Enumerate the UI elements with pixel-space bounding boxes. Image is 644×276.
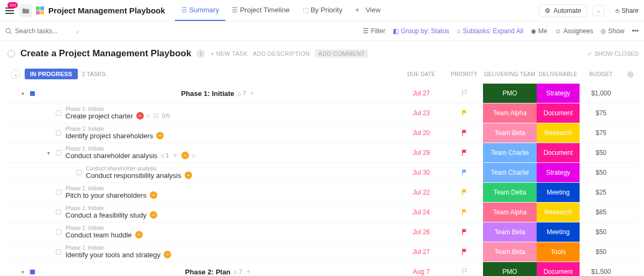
add-subtask-button[interactable]: + — [249, 89, 255, 97]
task-name[interactable]: Conduct shareholder analysis ⌂ 1+−≡ — [65, 152, 397, 160]
status-checkbox[interactable] — [76, 170, 82, 175]
team-cell[interactable]: Team Beta — [483, 222, 537, 242]
tab-priority[interactable]: ⬚By Priority — [296, 1, 349, 21]
budget-cell[interactable]: $50 — [580, 228, 623, 236]
priority-cell[interactable] — [445, 228, 483, 236]
task-name[interactable]: Pitch to your shareholders − — [65, 191, 397, 199]
status-checkbox[interactable] — [56, 150, 61, 155]
me-button[interactable]: ◉Me — [531, 27, 547, 35]
subtasks-button[interactable]: ⌂Subtasks: Expand All — [457, 27, 523, 35]
pause-icon[interactable]: − — [135, 231, 143, 238]
status-checkbox[interactable] — [56, 210, 61, 215]
budget-cell[interactable]: $50 — [580, 149, 623, 156]
task-name[interactable]: Phase 2: Plan — [185, 268, 231, 276]
priority-cell[interactable] — [445, 89, 483, 97]
add-column-button[interactable]: ⊕ — [623, 69, 639, 79]
status-square-icon[interactable] — [30, 91, 35, 96]
priority-cell[interactable] — [445, 109, 483, 117]
due-date-cell[interactable]: Jul 29 — [397, 149, 445, 156]
status-checkbox[interactable] — [56, 249, 61, 255]
pause-icon[interactable]: − — [181, 152, 189, 159]
new-task-button[interactable]: + NEW TASK — [210, 50, 247, 57]
task-name[interactable]: Conduct a feasibility study − — [65, 211, 397, 219]
due-date-cell[interactable]: Jul 27 — [397, 248, 445, 256]
priority-cell[interactable] — [445, 149, 483, 156]
col-header-team[interactable]: DELIVERING TEAM — [483, 71, 537, 77]
more-button[interactable]: ••• — [632, 27, 639, 35]
deliverable-cell[interactable]: Document — [537, 262, 580, 276]
search-chevron-icon[interactable]: ⌄ — [75, 28, 79, 34]
show-button[interactable]: ◎Show — [601, 27, 624, 35]
budget-cell[interactable]: $75 — [580, 109, 623, 117]
task-name[interactable]: Identify your tools and strategy − — [65, 251, 397, 259]
add-comment-button[interactable]: ADD COMMENT — [315, 49, 368, 58]
status-square-icon[interactable] — [30, 270, 35, 274]
col-header-deliverable[interactable]: DELIVERABLE — [537, 71, 580, 77]
budget-cell[interactable]: $50 — [580, 169, 623, 176]
task-row[interactable]: Conduct shareholder analysisConduct resp… — [5, 163, 639, 183]
team-cell[interactable]: PMO — [483, 262, 537, 276]
task-row[interactable]: ▾Phase 2: Plan⌂ 7+Aug 7PMODocument$1,500 — [5, 262, 639, 276]
deliverable-cell[interactable]: Strategy — [537, 84, 580, 103]
deliverable-cell[interactable]: Document — [537, 103, 580, 123]
priority-cell[interactable] — [445, 268, 483, 275]
budget-cell[interactable]: $1,500 — [580, 268, 623, 275]
priority-cell[interactable] — [445, 248, 483, 256]
team-cell[interactable]: Team Alpha — [483, 103, 537, 123]
team-cell[interactable]: PMO — [483, 84, 537, 103]
deliverable-cell[interactable]: Research — [537, 203, 580, 222]
task-name[interactable]: Conduct responsibility analysis − — [86, 171, 397, 180]
budget-cell[interactable]: $1,000 — [580, 89, 623, 97]
due-date-cell[interactable]: Jul 26 — [397, 228, 445, 236]
task-name[interactable]: Phase 1: Initiate — [181, 89, 235, 98]
add-subtask-button[interactable]: + — [245, 268, 251, 275]
priority-cell[interactable] — [445, 169, 483, 176]
team-cell[interactable]: Team Charlie — [483, 143, 537, 162]
team-cell[interactable]: Team Alpha — [483, 203, 537, 222]
due-date-cell[interactable]: Jul 22 — [397, 189, 445, 196]
automate-button[interactable]: ⚙Automate — [539, 4, 587, 17]
filter-button[interactable]: ☰Filter — [363, 27, 385, 35]
task-name[interactable]: Conduct team huddle − — [65, 231, 397, 239]
toggle-icon[interactable]: ▾ — [21, 269, 28, 275]
status-circle-icon[interactable] — [8, 50, 15, 57]
automate-chevron[interactable]: ⌄ — [592, 5, 604, 16]
pause-icon[interactable]: − — [156, 132, 164, 139]
col-header-priority[interactable]: PRIORITY — [445, 71, 483, 77]
project-title[interactable]: Create a Project Management Playbook — [20, 48, 191, 59]
status-checkbox[interactable] — [56, 130, 61, 136]
collapse-group-icon[interactable]: ⌄ — [11, 69, 20, 79]
task-row[interactable]: Phase 1: InitiateConduct team huddle −Ju… — [5, 222, 639, 242]
priority-cell[interactable] — [445, 189, 483, 196]
stop-icon[interactable]: − — [136, 112, 144, 120]
task-row[interactable]: ▾Phase 1: InitiateConduct shareholder an… — [5, 143, 639, 163]
share-button[interactable]: ⎋Share — [610, 7, 639, 14]
status-checkbox[interactable] — [56, 190, 61, 195]
task-row[interactable]: ▾Phase 1: Initiate⌂ 7+Jul 27PMOStrategy$… — [5, 84, 639, 103]
team-cell[interactable]: Team Delta — [483, 183, 537, 202]
folder-icon[interactable] — [19, 4, 32, 17]
status-checkbox[interactable] — [56, 229, 61, 235]
deliverable-cell[interactable]: Strategy — [537, 163, 580, 182]
info-icon[interactable]: i — [196, 49, 205, 58]
priority-cell[interactable] — [445, 129, 483, 137]
tab-timeline[interactable]: ☰Project Timeline — [225, 1, 296, 21]
assignees-button[interactable]: ☺Assignees — [555, 27, 594, 35]
deliverable-cell[interactable]: Tools — [537, 242, 580, 262]
menu-toggle[interactable]: 101 — [5, 8, 16, 14]
show-closed-button[interactable]: ✓SHOW CLOSED — [587, 50, 639, 57]
deliverable-cell[interactable]: Document — [537, 143, 580, 162]
budget-cell[interactable]: $75 — [580, 129, 623, 137]
add-subtask-button[interactable]: + — [172, 152, 178, 159]
col-header-budget[interactable]: BUDGET — [580, 71, 623, 77]
pause-icon[interactable]: − — [164, 251, 171, 258]
deliverable-cell[interactable]: Meeting — [537, 183, 580, 202]
groupby-button[interactable]: ◧Group by: Status — [393, 27, 449, 35]
team-cell[interactable]: Team Beta — [483, 242, 537, 262]
budget-cell[interactable]: $85 — [580, 208, 623, 216]
task-row[interactable]: Phase 1: InitiatePitch to your sharehold… — [5, 183, 639, 203]
tab-summary[interactable]: ☰Summary — [175, 1, 226, 21]
col-header-due[interactable]: DUE DATE — [397, 71, 445, 77]
task-name[interactable]: Identify project shareholders − — [65, 132, 397, 140]
pause-icon[interactable]: − — [150, 211, 157, 219]
